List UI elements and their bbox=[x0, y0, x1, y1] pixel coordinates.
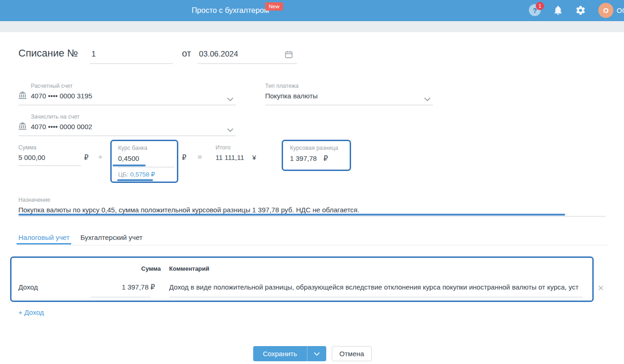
total-currency: ¥ bbox=[252, 154, 256, 161]
avatar[interactable]: О bbox=[598, 3, 613, 18]
bank-icon bbox=[18, 91, 27, 102]
purpose-underline bbox=[18, 216, 606, 216]
row-comment-input[interactable]: Доход в виде положительной разницы, обра… bbox=[169, 283, 584, 291]
chevron-down-icon[interactable] bbox=[227, 95, 233, 103]
row-amount-underline bbox=[91, 297, 150, 297]
save-button-group: Сохранить bbox=[253, 346, 326, 361]
payment-type-select[interactable]: Покупка валюты bbox=[265, 92, 318, 100]
debit-account-label: Расчетный счет bbox=[31, 83, 73, 89]
document-form: Списание № 1 от 03.06.2024 Расчетный сче… bbox=[0, 32, 624, 364]
bank-icon bbox=[18, 121, 27, 132]
save-button[interactable]: Сохранить bbox=[253, 346, 307, 361]
bank-rate-input[interactable]: 0,4500 bbox=[118, 154, 139, 162]
total-label: Итого bbox=[216, 144, 231, 151]
row-amount-input[interactable]: 1 397,78 ₽ bbox=[67, 283, 155, 291]
cb-rate-annotation-underline bbox=[117, 179, 153, 181]
add-income-link[interactable]: + Доход bbox=[18, 308, 44, 316]
date-preposition: от bbox=[182, 48, 191, 59]
payment-type-label: Тип платежа bbox=[265, 83, 299, 89]
document-number-underline bbox=[90, 63, 173, 64]
bank-rate-highlight-box: Курс банка 0,4500 ЦБ: 0,5758 ₽ bbox=[110, 140, 178, 183]
column-header-amount: Сумма bbox=[122, 265, 161, 272]
row-type-label: Доход bbox=[18, 283, 38, 291]
help-count-badge: 1 bbox=[536, 2, 544, 10]
purpose-label: Назначение bbox=[18, 197, 50, 203]
payment-type-underline bbox=[265, 105, 433, 105]
page-title: Списание № bbox=[18, 47, 78, 59]
bank-rate-annotation-underline bbox=[113, 165, 146, 166]
gear-icon[interactable] bbox=[575, 5, 586, 17]
remove-row-icon[interactable]: × bbox=[598, 283, 604, 293]
bell-icon[interactable] bbox=[553, 5, 563, 17]
help-button[interactable]: ? 1 bbox=[529, 4, 543, 18]
tab-book-accounting[interactable]: Бухгалтерский учет bbox=[80, 233, 142, 241]
amount-currency: ₽ bbox=[84, 154, 89, 162]
cb-rate-link[interactable]: 0,5758 ₽ bbox=[130, 171, 155, 178]
cb-rate-label: ЦБ: bbox=[118, 171, 129, 178]
app-title: Просто с бухгалтером bbox=[192, 6, 269, 15]
amount-input[interactable]: 5 000,00 bbox=[18, 154, 45, 161]
debit-account-select[interactable]: 4070 •••• 0000 3195 bbox=[31, 92, 92, 100]
rate-difference-label: Курсовая разница bbox=[290, 145, 338, 151]
column-header-comment: Комментарий bbox=[169, 265, 210, 272]
purpose-input[interactable]: Покупка валюты по курсу 0,45, сумма поло… bbox=[18, 206, 359, 214]
cancel-button[interactable]: Отмена bbox=[332, 346, 372, 361]
total-value: 11 111,11 bbox=[216, 154, 244, 161]
chevron-down-icon[interactable] bbox=[424, 95, 431, 103]
rate-difference-currency: ₽ bbox=[323, 154, 328, 163]
chevron-down-icon[interactable] bbox=[227, 125, 233, 134]
account-name: ОО bbox=[617, 6, 624, 14]
debit-account-underline bbox=[18, 105, 236, 105]
row-comment-underline bbox=[169, 297, 583, 297]
top-bar: Просто с бухгалтером New ? 1 О ОО bbox=[0, 0, 624, 21]
bank-rate-underline bbox=[118, 167, 174, 167]
cb-rate-row: ЦБ: 0,5758 ₽ bbox=[118, 171, 155, 178]
header-divider-band bbox=[0, 21, 624, 32]
date-underline bbox=[198, 63, 297, 64]
bank-rate-label: Курс банка bbox=[118, 145, 147, 151]
credit-account-label: Зачислить на счет bbox=[31, 114, 79, 120]
credit-account-select[interactable]: 4070 •••• 0000 0002 bbox=[31, 123, 92, 131]
equals-sign: = bbox=[198, 153, 202, 161]
chevron-down-icon bbox=[314, 352, 320, 356]
bank-rate-currency: ₽ bbox=[182, 154, 187, 162]
amount-underline bbox=[18, 165, 81, 166]
amount-label: Сумма bbox=[18, 144, 36, 151]
credit-account-underline bbox=[18, 136, 236, 136]
tab-tax-accounting[interactable]: Налоговый учет bbox=[18, 233, 69, 241]
divide-sign: ÷ bbox=[98, 153, 102, 161]
rate-difference-highlight-box: Курсовая разница 1 397,78 ₽ bbox=[282, 140, 351, 171]
calendar-icon[interactable] bbox=[284, 50, 293, 61]
date-input[interactable]: 03.06.2024 bbox=[199, 50, 238, 59]
save-dropdown-button[interactable] bbox=[307, 346, 326, 361]
rate-difference-value: 1 397,78 bbox=[290, 154, 317, 162]
document-number-input[interactable]: 1 bbox=[91, 50, 96, 59]
tax-table-highlight-box: Сумма Комментарий Доход 1 397,78 ₽ Доход… bbox=[10, 256, 594, 302]
new-badge: New bbox=[265, 2, 283, 11]
purpose-annotation-underline bbox=[18, 214, 565, 216]
tab-strip-divider bbox=[15, 245, 609, 245]
active-tab-indicator bbox=[17, 243, 71, 245]
